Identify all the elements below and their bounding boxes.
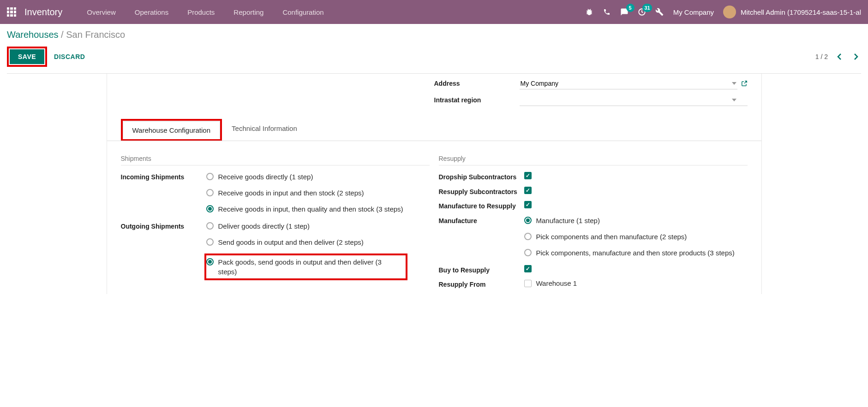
- resupply-from-checkbox[interactable]: [524, 280, 532, 287]
- external-link-icon[interactable]: [741, 80, 748, 87]
- clock-icon[interactable]: 31: [637, 7, 647, 17]
- incoming-opt-2-text: Receive goods in input and then stock (2…: [218, 188, 364, 198]
- radio-icon: [524, 233, 532, 240]
- resupply-column: Resupply Dropship Subcontractors Resuppl…: [439, 155, 748, 294]
- radio-icon: [206, 222, 214, 230]
- pager-text: 1 / 2: [815, 53, 828, 60]
- nav-overview[interactable]: Overview: [78, 5, 124, 20]
- highlight-save: SAVE: [7, 47, 47, 67]
- incoming-opt-3[interactable]: Receive goods in input, then quality and…: [206, 204, 430, 214]
- control-bar: Warehouses / San Francisco SAVE DISCARD …: [0, 24, 868, 74]
- resupply-from-option: Warehouse 1: [536, 279, 577, 287]
- outgoing-opt-1-text: Deliver goods directly (1 step): [218, 221, 310, 231]
- radio-icon: [206, 173, 214, 180]
- chat-badge: 5: [626, 4, 635, 12]
- apps-icon[interactable]: [7, 7, 16, 17]
- buy-resupply-row: Buy to Resupply: [439, 265, 748, 275]
- shipments-section: Shipments: [121, 155, 430, 165]
- address-label: Address: [434, 80, 520, 87]
- tabs: Warehouse Configuration Technical Inform…: [107, 119, 761, 141]
- outgoing-opt-2[interactable]: Send goods in output and then deliver (2…: [206, 237, 430, 247]
- breadcrumb: Warehouses / San Francisco: [7, 29, 861, 40]
- outgoing-opt-2-text: Send goods in output and then deliver (2…: [218, 237, 364, 247]
- top-nav: Inventory Overview Operations Products R…: [0, 0, 868, 24]
- user-name: Mitchell Admin (17095214-saas-15-1-al: [741, 8, 861, 16]
- incoming-opt-3-text: Receive goods in input, then quality and…: [218, 204, 403, 214]
- incoming-label: Incoming Shipments: [121, 172, 206, 217]
- dropship-row: Dropship Subcontractors: [439, 172, 748, 182]
- address-input[interactable]: [520, 78, 737, 89]
- activity-badge: 31: [642, 4, 652, 12]
- intrastat-label: Intrastat region: [434, 96, 520, 104]
- intrastat-input[interactable]: [520, 94, 748, 106]
- mfg-resupply-row: Manufacture to Resupply: [439, 201, 748, 211]
- pager: 1 / 2: [815, 52, 861, 62]
- mfg-resupply-checkbox[interactable]: [524, 201, 532, 208]
- incoming-opt-2[interactable]: Receive goods in input and then stock (2…: [206, 188, 430, 198]
- incoming-opt-1-text: Receive goods directly (1 step): [218, 172, 313, 182]
- manufacture-opt-3[interactable]: Pick components, manufacture and then st…: [524, 248, 748, 258]
- radio-icon: [524, 217, 532, 224]
- discard-button[interactable]: DISCARD: [47, 50, 92, 64]
- nav-menu: Overview Operations Products Reporting C…: [78, 5, 332, 20]
- radio-icon: [206, 205, 214, 212]
- nav-configuration[interactable]: Configuration: [274, 5, 332, 20]
- form-sheet: Address Intrastat region: [107, 74, 762, 294]
- company-switcher[interactable]: My Company: [673, 8, 714, 16]
- buy-label: Buy to Resupply: [439, 265, 524, 275]
- incoming-shipments: Incoming Shipments Receive goods directl…: [121, 172, 430, 217]
- pager-next[interactable]: [851, 52, 861, 62]
- tools-icon[interactable]: [655, 7, 664, 17]
- outgoing-opt-3-text: Pack goods, send goods in output and the…: [218, 257, 395, 277]
- chat-icon[interactable]: 5: [620, 7, 629, 17]
- bug-icon[interactable]: [585, 7, 594, 17]
- avatar: [723, 6, 736, 18]
- manufacture-opt-2[interactable]: Pick components and then manufacture (2 …: [524, 232, 748, 242]
- manufacture-row: Manufacture Manufacture (1 step) Pick co…: [439, 216, 748, 260]
- manufacture-opt-1[interactable]: Manufacture (1 step): [524, 216, 748, 225]
- resupply-sub-checkbox[interactable]: [524, 187, 532, 194]
- resupply-sub-label: Resupply Subcontractors: [439, 187, 524, 197]
- tab-technical-info[interactable]: Technical Information: [222, 119, 307, 141]
- manufacture-label: Manufacture: [439, 216, 524, 260]
- tab-content: Shipments Incoming Shipments Receive goo…: [107, 141, 761, 294]
- radio-icon: [206, 258, 214, 265]
- resupply-from-label: Resupply From: [439, 279, 524, 289]
- manufacture-opt-3-text: Pick components, manufacture and then st…: [536, 248, 735, 258]
- manufacture-opt-1-text: Manufacture (1 step): [536, 216, 600, 225]
- field-address: Address: [434, 77, 748, 90]
- nav-products[interactable]: Products: [179, 5, 223, 20]
- outgoing-label: Outgoing Shipments: [121, 221, 206, 280]
- manufacture-opt-2-text: Pick components and then manufacture (2 …: [536, 232, 687, 242]
- user-menu[interactable]: Mitchell Admin (17095214-saas-15-1-al: [723, 6, 861, 18]
- resupply-section: Resupply: [439, 155, 748, 165]
- save-button[interactable]: SAVE: [10, 49, 44, 64]
- highlight-tab: Warehouse Configuration: [121, 119, 222, 141]
- resupply-sub-row: Resupply Subcontractors: [439, 187, 748, 197]
- breadcrumb-root[interactable]: Warehouses: [7, 29, 59, 40]
- phone-icon[interactable]: [602, 7, 611, 17]
- incoming-opt-1[interactable]: Receive goods directly (1 step): [206, 172, 430, 182]
- action-row: SAVE DISCARD 1 / 2: [7, 47, 861, 67]
- nav-operations[interactable]: Operations: [126, 5, 177, 20]
- outgoing-opt-3[interactable]: Pack goods, send goods in output and the…: [206, 257, 404, 277]
- resupply-from-row: Resupply From Warehouse 1: [439, 279, 748, 289]
- dropship-label: Dropship Subcontractors: [439, 172, 524, 182]
- radio-icon: [524, 249, 532, 256]
- pager-prev[interactable]: [834, 52, 844, 62]
- outgoing-opt-1[interactable]: Deliver goods directly (1 step): [206, 221, 430, 231]
- buy-checkbox[interactable]: [524, 265, 532, 272]
- radio-icon: [206, 189, 214, 196]
- radio-icon: [206, 238, 214, 246]
- app-title[interactable]: Inventory: [24, 7, 62, 18]
- breadcrumb-current: San Francisco: [66, 29, 125, 40]
- field-intrastat: Intrastat region: [434, 93, 748, 107]
- mfg-resupply-label: Manufacture to Resupply: [439, 201, 524, 211]
- nav-reporting[interactable]: Reporting: [225, 5, 272, 20]
- dropship-checkbox[interactable]: [524, 172, 532, 179]
- breadcrumb-sep: /: [61, 29, 66, 40]
- systray: 5 31: [585, 7, 664, 17]
- top-fields: Address Intrastat region: [107, 74, 761, 119]
- tab-warehouse-config[interactable]: Warehouse Configuration: [123, 121, 221, 139]
- outgoing-shipments: Outgoing Shipments Deliver goods directl…: [121, 221, 430, 280]
